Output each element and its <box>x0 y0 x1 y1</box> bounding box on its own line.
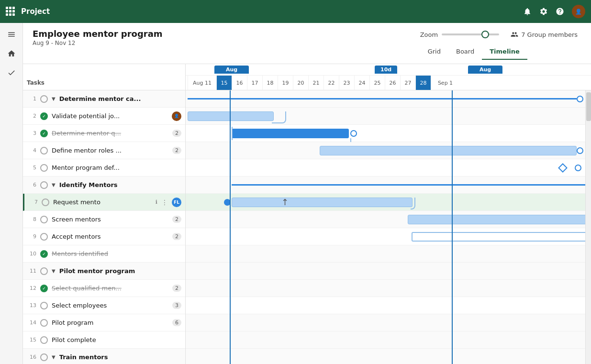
table-row[interactable]: 10 Mentors identified <box>23 245 185 263</box>
gantt-bar-9 <box>412 232 587 242</box>
check-circle <box>40 216 48 223</box>
collapse-icon[interactable]: ▼ <box>52 96 56 101</box>
notification-icon[interactable] <box>523 7 532 16</box>
gantt-row-13 <box>186 297 591 314</box>
sidebar-check-icon[interactable] <box>4 65 19 80</box>
table-row[interactable]: 4 Define mentor roles ... 2 <box>23 142 185 159</box>
badge: 2 <box>172 285 181 292</box>
top-bar-icons: 👤 <box>523 5 585 18</box>
content-area: Employee mentor program Aug 9 - Nov 12 Z… <box>23 23 591 364</box>
scroll-thumb[interactable] <box>586 92 591 121</box>
gantt-bar-4 <box>320 146 577 155</box>
check-circle-done <box>40 250 48 258</box>
avatar-fl: FL <box>172 198 181 207</box>
date-row-bottom: Aug 11 15 16 17 18 19 20 21 22 23 24 25 … <box>186 76 591 90</box>
info-icon[interactable]: ℹ <box>156 199 157 205</box>
main-layout: Employee mentor program Aug 9 - Nov 12 Z… <box>0 23 591 364</box>
connector-7 <box>411 198 415 210</box>
today-line-left <box>230 90 231 364</box>
check-circle-done <box>40 112 48 120</box>
tab-board[interactable]: Board <box>448 44 482 60</box>
scrollbar[interactable] <box>585 90 591 364</box>
table-row[interactable]: 13 Select employees 3 <box>23 297 185 314</box>
table-row[interactable]: 15 Pilot complete <box>23 331 185 349</box>
date-cell: Sep 1 <box>431 76 459 90</box>
gantt-bar-3 <box>232 129 349 138</box>
date-cell: 16 <box>232 76 247 90</box>
settings-icon[interactable] <box>539 7 548 16</box>
table-row[interactable]: 6 ▼ Identify Mentors <box>23 176 185 194</box>
connector-vert <box>232 127 233 140</box>
table-row[interactable]: 16 ▼ Train mentors <box>23 349 185 364</box>
gantt-row-1 <box>186 90 591 108</box>
date-cell: 24 <box>354 76 369 90</box>
table-row[interactable]: 11 ▼ Pilot mentor program <box>23 263 185 280</box>
table-row[interactable]: 1 ▼ Determine mentor ca... <box>23 90 185 108</box>
gantt-row-6 <box>186 176 591 194</box>
connector-2 <box>272 111 286 123</box>
date-cell-28: 28 <box>415 76 431 90</box>
check-circle <box>40 164 48 172</box>
members-icon <box>511 31 518 38</box>
table-row[interactable]: 3 Determine mentor q... 2 <box>23 125 185 142</box>
tab-grid[interactable]: Grid <box>420 44 448 60</box>
timeline-area: Aug 10d Aug Aug 11 15 1 <box>186 64 591 364</box>
collapse-icon[interactable]: ▼ <box>52 182 56 188</box>
table-row[interactable]: 2 Validate potential jo... 👤 <box>23 108 185 125</box>
table-row[interactable]: 9 Accept mentors 2 <box>23 228 185 245</box>
date-cell: 21 <box>308 76 323 90</box>
date-cell: 23 <box>339 76 354 90</box>
date-cell: 18 <box>262 76 278 90</box>
project-header: Employee mentor program Aug 9 - Nov 12 Z… <box>23 23 591 60</box>
table-row-selected[interactable]: 7 Request mento ℹ ⋮ FL <box>23 194 185 211</box>
gantt-container: Tasks 1 ▼ Determine mentor ca... 2 Valid… <box>23 64 591 364</box>
gantt-row-14 <box>186 314 591 331</box>
table-row[interactable]: 12 Select qualified men... 2 <box>23 280 185 297</box>
gantt-circle-4 <box>577 147 583 154</box>
avatar: 👤 <box>172 111 181 121</box>
check-circle <box>40 233 48 241</box>
gantt-row-12 <box>186 280 591 297</box>
badge: 2 <box>172 216 181 223</box>
badge: 6 <box>172 319 181 326</box>
gantt-row-15 <box>186 331 591 349</box>
badge: 2 <box>172 147 181 154</box>
check-circle <box>40 267 48 275</box>
timeline-body: ↑ <box>186 90 591 364</box>
gantt-row-16 <box>186 349 591 364</box>
app-grid-icon[interactable] <box>6 7 15 16</box>
left-sidebar <box>0 23 23 364</box>
collapse-icon[interactable]: ▼ <box>52 354 56 360</box>
table-row[interactable]: 8 Screen mentors 2 <box>23 211 185 228</box>
gantt-row-11 <box>186 263 591 280</box>
date-cell-15: 15 <box>216 76 232 90</box>
gantt-row-10 <box>186 245 591 263</box>
check-circle <box>40 181 48 189</box>
gantt-milestone-circle <box>577 96 583 102</box>
collapse-icon[interactable]: ▼ <box>52 268 56 274</box>
table-row[interactable]: 5 Mentor program def... <box>23 159 185 176</box>
days-label: 10d <box>375 66 397 74</box>
milestone-5 <box>558 163 568 173</box>
group-members-button[interactable]: 7 Group members <box>507 29 581 40</box>
check-circle <box>40 302 48 309</box>
gantt-bar-2 <box>188 111 274 121</box>
help-icon[interactable] <box>556 7 564 16</box>
aug-label-right: Aug <box>468 66 502 74</box>
date-cell: 17 <box>247 76 262 90</box>
table-row[interactable]: 14 Pilot program 6 <box>23 314 185 331</box>
gantt-row-2 <box>186 108 591 125</box>
tab-nav: Grid Board Timeline <box>420 44 527 60</box>
gantt-row-8 <box>186 211 591 228</box>
gantt-bar-8 <box>408 215 587 224</box>
more-options-icon[interactable]: ⋮ <box>160 198 169 207</box>
gantt-row-9 <box>186 228 591 245</box>
app-title: Project <box>21 7 517 16</box>
user-avatar[interactable]: 👤 <box>572 5 585 18</box>
sidebar-menu-icon[interactable] <box>4 27 19 42</box>
date-row-top: Aug 10d Aug <box>186 64 591 76</box>
zoom-slider[interactable] <box>442 33 499 35</box>
tab-timeline[interactable]: Timeline <box>482 44 527 60</box>
project-date-range: Aug 9 - Nov 12 <box>33 40 163 46</box>
sidebar-home-icon[interactable] <box>4 46 19 61</box>
